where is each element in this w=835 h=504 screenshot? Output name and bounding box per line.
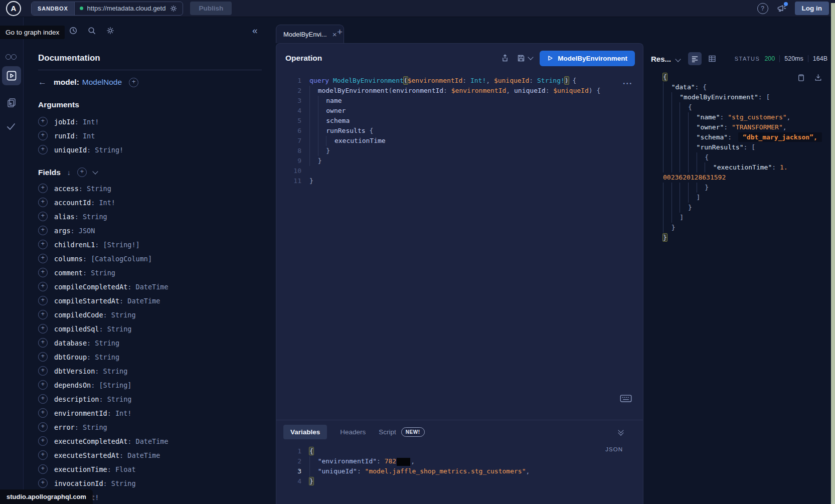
response-size: 164B: [813, 55, 827, 62]
add-field-icon[interactable]: [38, 296, 48, 305]
add-field-icon[interactable]: [38, 422, 48, 432]
response-duration: 520ms: [784, 55, 803, 62]
add-field-icon[interactable]: [38, 338, 48, 348]
add-all-fields-icon[interactable]: [129, 78, 138, 87]
variables-editor[interactable]: 1{2"environmentId": 782,3"uniqueId": "mo…: [283, 446, 583, 486]
settings-gear-icon[interactable]: [106, 26, 115, 35]
tab-script-group[interactable]: Script NEW!: [379, 427, 424, 437]
add-field-icon[interactable]: [38, 184, 48, 193]
endpoint-url-segment[interactable]: https://metadata.cloud.getd: [75, 5, 183, 13]
collapse-variables-icon[interactable]: [619, 428, 623, 433]
add-field-icon[interactable]: [38, 408, 48, 418]
apollo-logo[interactable]: A: [6, 1, 21, 16]
add-argument-icon[interactable]: [38, 145, 48, 154]
operation-header: Operation ModelByEnvironment: [276, 44, 643, 73]
graph-icon[interactable]: [11, 54, 17, 60]
collapse-panel-icon[interactable]: «: [252, 25, 258, 36]
operation-panel: Operation ModelByEnvironment 1query Mode…: [276, 43, 643, 504]
add-field-icon[interactable]: [38, 380, 48, 390]
add-field-icon[interactable]: [38, 366, 48, 376]
field-row: alias: String: [38, 209, 264, 223]
type-name-link[interactable]: ModelNode: [82, 78, 122, 87]
new-tab-icon[interactable]: +: [337, 27, 343, 38]
keyboard-shortcuts-icon[interactable]: [620, 395, 632, 402]
copy-response-icon[interactable]: [797, 73, 805, 82]
tab-headers[interactable]: Headers: [340, 428, 366, 436]
add-field-icon[interactable]: [38, 394, 48, 404]
table-view-toggle[interactable]: [708, 55, 716, 63]
field-row: childrenL1: [String!]: [38, 237, 264, 251]
response-status-group: STATUS 200 520ms 164B: [735, 55, 827, 62]
publish-button[interactable]: Publish: [190, 2, 232, 15]
search-icon[interactable]: [87, 26, 96, 35]
format-label: JSON: [605, 446, 623, 452]
documentation-title: Documentation: [38, 53, 264, 63]
response-json[interactable]: {"data": {"modelByEnvironment": [{"name"…: [663, 72, 827, 243]
add-argument-icon[interactable]: [38, 117, 48, 126]
close-tab-icon[interactable]: ×: [332, 30, 337, 39]
save-menu-chevron-icon[interactable]: [528, 54, 534, 60]
variables-tabs: Variables Headers Script NEW!: [283, 425, 425, 439]
documentation-panel: Documentation ← model: ModelNode Argumen…: [23, 43, 274, 504]
arguments-title: Arguments: [38, 100, 264, 109]
help-icon[interactable]: ?: [757, 3, 768, 14]
app-root: A SANDBOX https://metadata.cloud.getd Pu…: [0, 0, 835, 504]
add-field-icon[interactable]: [38, 282, 48, 291]
add-fields-icon[interactable]: [77, 167, 87, 177]
add-field-icon[interactable]: [38, 268, 48, 277]
tree-view-toggle[interactable]: [688, 52, 702, 65]
tab-script[interactable]: Script: [379, 428, 396, 436]
add-field-icon[interactable]: [38, 436, 48, 446]
add-field-icon[interactable]: [38, 310, 48, 319]
add-field-icon[interactable]: [38, 478, 48, 488]
arguments-list: jobId: Int! runId: Int uniqueId: String!: [38, 114, 264, 156]
query-editor[interactable]: 1query ModelByEnvironment($environmentId…: [276, 73, 643, 421]
add-field-icon[interactable]: [38, 254, 48, 263]
field-row: dbtVersion: String: [38, 364, 264, 378]
sidebar-item-checks-icon[interactable]: [6, 121, 17, 132]
add-field-icon[interactable]: [38, 464, 48, 474]
add-field-icon[interactable]: [38, 324, 48, 333]
chevron-down-icon[interactable]: [92, 169, 98, 174]
field-row: compileCompletedAt: DateTime: [38, 279, 264, 293]
download-response-icon[interactable]: [814, 73, 822, 82]
announcements-megaphone-icon[interactable]: [776, 4, 787, 13]
save-operation-button[interactable]: [517, 54, 533, 63]
add-field-icon[interactable]: [38, 450, 48, 460]
login-button[interactable]: Log in: [795, 2, 829, 15]
sort-fields-icon[interactable]: ↓: [67, 169, 71, 177]
field-row: compileStartedAt: DateTime: [38, 293, 264, 307]
left-icon-rail: [0, 17, 24, 504]
endpoint-url[interactable]: https://metadata.cloud.getd: [87, 5, 166, 12]
connection-status-dot: [80, 7, 83, 10]
response-title[interactable]: Res...: [651, 55, 671, 63]
operation-tab[interactable]: ModelByEnvi... ×: [276, 25, 344, 43]
editor-menu-icon[interactable]: •••: [623, 81, 633, 86]
endpoint-settings-gear-icon[interactable]: [170, 5, 178, 13]
add-field-icon[interactable]: [38, 198, 48, 207]
add-field-icon[interactable]: [38, 212, 48, 221]
field-row: dbtGroup: String: [38, 350, 264, 364]
sidebar-item-operations[interactable]: [2, 66, 21, 85]
add-field-icon[interactable]: [38, 240, 48, 249]
add-field-icon[interactable]: [38, 352, 48, 362]
response-header: Res... STATUS 200 520ms 164B: [650, 52, 827, 65]
graph-icon[interactable]: [6, 54, 11, 60]
field-row: description: String: [38, 392, 264, 406]
divider: [779, 55, 780, 62]
tab-variables[interactable]: Variables: [283, 425, 327, 439]
history-icon[interactable]: [69, 26, 78, 35]
response-dropdown-chevron-icon[interactable]: [675, 56, 681, 62]
sidebar-item-collections-icon[interactable]: [6, 97, 17, 108]
run-operation-button[interactable]: ModelByEnvironment: [540, 51, 635, 66]
divider: [38, 70, 262, 70]
add-argument-icon[interactable]: [38, 131, 48, 140]
response-body: {"data": {"modelByEnvironment": [{"name"…: [650, 72, 827, 243]
add-field-icon[interactable]: [38, 226, 48, 235]
fields-list: access: String accountId: Int! alias: St…: [38, 181, 264, 504]
share-icon[interactable]: [500, 54, 510, 63]
field-row: comment: String: [38, 265, 264, 279]
field-row: executionTime: Float: [38, 462, 264, 476]
back-arrow-icon[interactable]: ←: [38, 77, 47, 87]
argument-row: jobId: Int!: [38, 114, 264, 128]
